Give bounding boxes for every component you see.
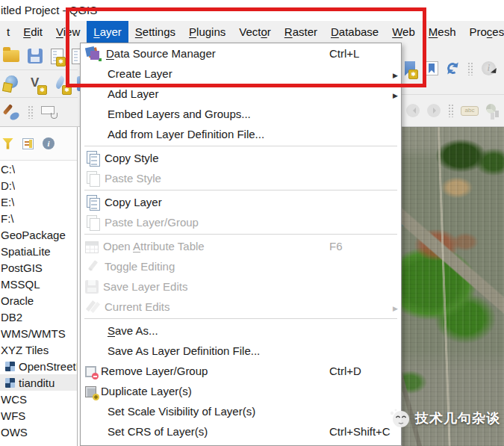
browser-item[interactable]: MSSQL [0,276,77,292]
nav-zoom-next-icon[interactable] [427,104,441,117]
new-print-layout-icon[interactable] [51,49,63,64]
browser-item-label: E:\ [1,196,14,208]
menubar-item[interactable]: View [49,21,87,43]
menu-item[interactable]: Save As... [81,320,401,341]
new-spatialite-layer-icon[interactable] [52,75,69,92]
menu-item-label: Save As... [108,324,158,337]
drag-handle-icon[interactable] [467,62,473,75]
show-labels-icon[interactable] [461,106,479,116]
refresh-icon[interactable] [446,61,459,75]
menubar-item[interactable]: Raster [278,21,324,43]
menu-item[interactable]: Set Scale Visibility of Layer(s) [81,401,401,421]
menu-item: Current Edits [81,297,401,317]
browser-item[interactable]: OpenStreetMap [0,358,77,374]
browser-item[interactable]: C:\ [0,161,77,177]
menu-item[interactable]: Copy Style [81,148,401,168]
menu-item-label: Create Layer [108,67,172,80]
menu-item: Paste Layer/Group [81,212,401,232]
browser-item-label: GeoPackage [1,229,66,241]
menubar-item[interactable]: Mesh [422,21,463,43]
show-diagrams-icon[interactable] [486,104,500,117]
label-toolbar [402,95,504,126]
collapse-all-icon[interactable] [22,138,34,149]
menu-item[interactable]: Embed Layers and Groups... [81,104,401,124]
browser-item[interactable]: D:\ [0,177,77,193]
menubar-item-label: t [7,25,10,38]
menu-item[interactable]: Create Layer [81,64,401,84]
drag-handle-icon[interactable] [448,104,453,117]
new-bookmark-icon[interactable] [405,61,415,76]
filter-browser-icon[interactable] [2,138,13,149]
browser-item-label: XYZ Tiles [1,344,49,356]
menu-item-label: Copy Style [105,152,159,164]
menu-item-shortcut: Ctrl+L [329,47,398,60]
menubar-item[interactable]: Layer [87,21,128,43]
watermark-text: 技术几句杂谈 [415,409,500,427]
menu-item: Open Attribute Table F6 [81,236,401,256]
menubar-item[interactable]: Web [385,21,422,43]
menubar-item[interactable]: Processing [462,21,504,43]
menubar-item[interactable]: Settings [128,21,182,43]
toolbar-left [0,43,78,127]
submenu-arrow-icon [388,67,398,80]
menu-item[interactable]: Set CRS of Layer(s) Ctrl+Shift+C [81,421,401,442]
menu-item-label: Open Attribute Table [103,240,205,253]
browser-item[interactable]: WCS [0,391,77,407]
browser-item-label: OpenStreetMap [19,360,77,373]
menu-item-label: Duplicate Layer(s) [101,385,192,397]
browser-item-label: D:\ [1,179,15,192]
menu-item[interactable]: Add from Layer Definition File... [81,124,401,144]
browser-item[interactable]: WFS [0,407,77,424]
browser-item[interactable]: GeoPackage [0,226,77,243]
browser-item[interactable]: SpatiaLite [0,243,77,259]
watermark-face-icon [389,407,411,430]
menu-item[interactable]: Copy Layer [81,192,401,212]
browser-item-label: MSSQL [1,278,40,291]
browser-item[interactable]: OWS [0,424,77,440]
new-shapefile-layer-icon[interactable] [28,75,44,92]
menu-item[interactable]: Save As Layer Definition File... [81,341,401,361]
browser-item[interactable]: tianditu [0,374,77,391]
nav-zoom-last-icon[interactable] [406,104,420,117]
menu-item-label: Add from Layer Definition File... [108,128,264,140]
menubar-item[interactable]: t [0,21,16,43]
browser-item[interactable]: XYZ Tiles [0,341,77,358]
menu-item: Paste Style [81,168,401,188]
identify-features-icon[interactable] [482,61,496,75]
browser-item-label: WMS/WMTS [1,327,66,340]
style-manager-icon[interactable] [3,104,19,120]
save-project-icon[interactable] [28,49,43,64]
browser-item[interactable]: WMS/WMTS [0,325,77,341]
browser-item[interactable]: PostGIS [0,259,77,276]
menu-item[interactable]: Remove Layer/Group Ctrl+D [81,361,401,381]
datasource-icon [85,46,102,61]
browser-item[interactable]: Oracle [0,292,77,309]
menu-item[interactable]: Add Layer [81,84,401,104]
menubar-item[interactable]: Database [324,21,385,43]
layer-menu-dropdown: Data Source Manager Ctrl+L Create Layer … [80,43,402,446]
menu-item[interactable]: Duplicate Layer(s) [81,381,401,401]
menu-item: Save Layer Edits [81,276,401,297]
paste-icon [85,215,100,230]
menubar-item[interactable]: Vector [232,21,278,43]
show-bookmarks-icon[interactable] [424,61,438,75]
map-canvas[interactable] [402,127,504,446]
menubar-item[interactable]: Plugins [182,21,232,43]
copy-icon [85,195,100,210]
qgis-window: itled Project - QGIS t Edit View Layer S… [0,0,504,446]
open-project-icon[interactable] [3,50,19,62]
properties-icon[interactable] [43,137,55,149]
menubar-item[interactable]: Edit [16,21,49,43]
browser-item[interactable]: F:\ [0,210,77,226]
menu-item[interactable]: Data Source Manager Ctrl+L [81,43,401,64]
browser-item-label: PostGIS [1,261,43,274]
drag-handle-icon[interactable] [28,105,33,119]
new-geopackage-layer-icon[interactable] [3,75,19,92]
deselect-features-icon[interactable] [41,106,55,114]
browser-item[interactable]: E:\ [0,193,77,210]
browser-item-label: DB2 [1,311,22,323]
submenu-arrow-icon [388,87,398,100]
menu-item-label: Set CRS of Layer(s) [108,425,208,438]
menu-item-label: Copy Layer [105,196,162,208]
browser-item[interactable]: DB2 [0,309,77,325]
